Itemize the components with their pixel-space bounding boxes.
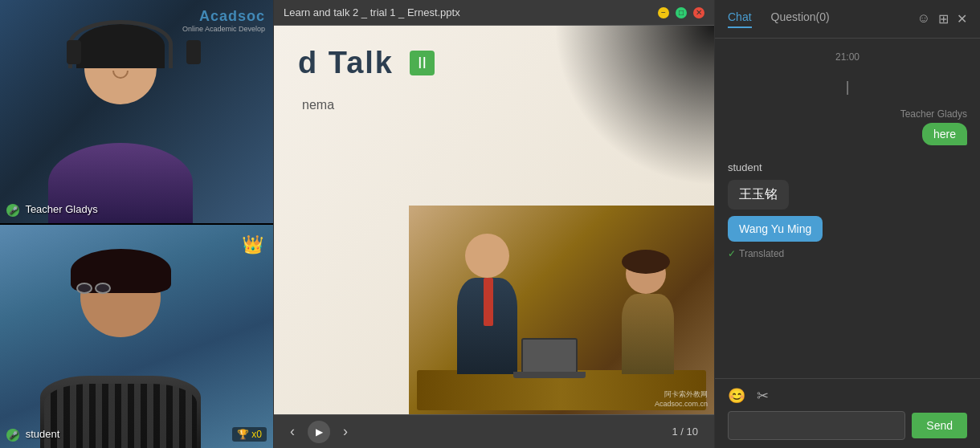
student-chinese-message: 王玉铭 [728, 180, 789, 210]
headphone-right [186, 40, 201, 64]
student-english-message: Wang Yu Ming [728, 216, 823, 242]
student-video-feed: 👑 🎤 student 🏆 x0 [0, 225, 273, 448]
crown-icon: 👑 [242, 234, 263, 255]
slide-title-area: d Talk II [298, 46, 435, 80]
send-button[interactable]: Send [912, 413, 967, 438]
play-button[interactable]: ▶ [308, 421, 330, 443]
left-video-panel: Acadsoc Online Academic Develop 🎤 Teache… [0, 0, 273, 448]
teacher-video-background: Acadsoc Online Academic Develop [0, 0, 273, 223]
resize-icon[interactable]: ⊞ [938, 11, 949, 26]
chat-tabs[interactable]: Chat Question(0) [728, 10, 830, 28]
trophy-badge: 🏆 x0 [232, 427, 267, 442]
teacher-chat-name: Teacher Gladys [900, 108, 967, 120]
slide-decoration [553, 26, 714, 186]
tab-question[interactable]: Question(0) [771, 10, 830, 28]
tab-chat[interactable]: Chat [728, 10, 752, 28]
student-label: 🎤 student [6, 428, 59, 442]
emoji-toolbar-icon[interactable]: 😊 [728, 387, 745, 405]
maximize-button[interactable]: □ [676, 7, 687, 18]
chat-header-icons[interactable]: ☺ ⊞ ✕ [917, 11, 967, 26]
scissors-toolbar-icon[interactable]: ✂ [757, 387, 769, 405]
laptop-base [513, 372, 586, 378]
slide-badge: II [410, 51, 435, 75]
text-cursor: | [846, 79, 850, 96]
chat-input[interactable] [728, 411, 905, 440]
next-slide-button[interactable]: › [343, 423, 348, 440]
chat-panel: Chat Question(0) ☺ ⊞ ✕ 21:00 | Teacher G… [715, 0, 980, 448]
student-messages: 王玉铭 Wang Yu Ming ✓ Translated [728, 180, 967, 259]
slide-watermark: 阿卡索外教网 Acadsoc.com.cn [655, 389, 708, 408]
check-icon: ✓ [728, 248, 736, 259]
close-button[interactable]: ✕ [693, 7, 704, 18]
student-status-icon: 🎤 [6, 429, 19, 442]
window-controls[interactable]: − □ ✕ [658, 7, 704, 18]
teacher-message-block: Teacher Gladys here [728, 108, 967, 145]
slide-counter: 1 / 10 [672, 426, 698, 438]
person2-body [622, 294, 674, 374]
chat-timestamp: 21:00 [728, 51, 967, 63]
student-shirt [44, 384, 197, 448]
person1-tie [484, 278, 493, 326]
teacher-chat-bubble: here [922, 123, 967, 145]
student-glasses [76, 283, 111, 294]
teacher-video-feed: Acadsoc Online Academic Develop 🎤 Teache… [0, 0, 273, 225]
glass-right [95, 283, 111, 294]
slide-background: d Talk II nema [274, 26, 714, 414]
slide-nav[interactable]: ‹ ▶ › [290, 421, 348, 443]
presentation-panel: Learn and talk 2 _ trial 1 _ Ernest.pptx… [273, 0, 715, 448]
translated-badge: ✓ Translated [728, 248, 784, 259]
chat-header: Chat Question(0) ☺ ⊞ ✕ [715, 0, 980, 39]
slide-content: d Talk II nema [274, 26, 714, 414]
slide-subtitle: nema [302, 98, 334, 112]
slide-title: d Talk [298, 46, 394, 80]
student-message-section: student 王玉铭 Wang Yu Ming ✓ Translated [728, 161, 967, 259]
teacher-label: 🎤 Teacher Gladys [6, 203, 98, 217]
person1-head [465, 234, 509, 278]
headphone-left [67, 40, 81, 64]
teacher-status-icon: 🎤 [6, 204, 19, 217]
presentation-title: Learn and talk 2 _ trial 1 _ Ernest.pptx [284, 6, 460, 18]
presentation-titlebar: Learn and talk 2 _ trial 1 _ Ernest.pptx… [274, 0, 714, 26]
slide-controls[interactable]: ‹ ▶ › 1 / 10 [274, 414, 714, 448]
translated-label: Translated [739, 248, 784, 259]
minimize-button[interactable]: − [658, 7, 669, 18]
chat-input-area[interactable]: Send [728, 411, 967, 440]
chat-messages: 21:00 | Teacher Gladys here student 王玉铭 … [715, 39, 980, 378]
laptop [521, 338, 578, 374]
person2-hair [622, 250, 670, 274]
glass-left [76, 283, 92, 294]
emoji-header-icon[interactable]: ☺ [917, 11, 930, 26]
close-chat-icon[interactable]: ✕ [957, 11, 967, 26]
student-section-label: student [728, 161, 967, 173]
chat-footer: 😊 ✂ Send [715, 378, 980, 448]
acadsoc-logo: Acadsoc Online Academic Develop [182, 8, 265, 33]
acadsoc-logo-name: Acadsoc [182, 8, 265, 25]
student-video-background: 👑 [0, 225, 273, 448]
prev-slide-button[interactable]: ‹ [290, 423, 295, 440]
slide-photo: 阿卡索外教网 Acadsoc.com.cn [409, 206, 714, 414]
teacher-headphones [68, 20, 173, 68]
chat-toolbar[interactable]: 😊 ✂ [728, 387, 967, 405]
acadsoc-logo-tagline: Online Academic Develop [182, 25, 265, 33]
